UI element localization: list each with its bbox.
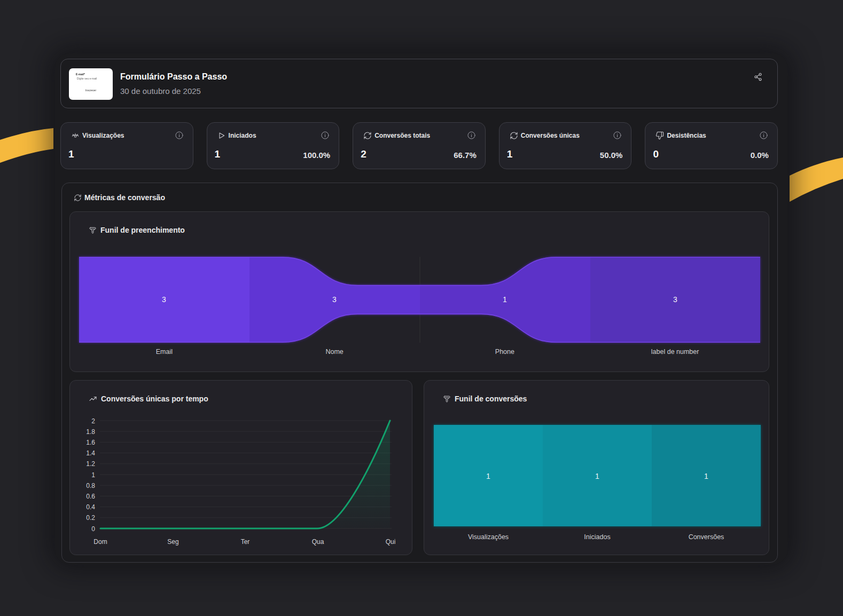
svg-text:1: 1	[91, 471, 95, 479]
svg-text:2: 2	[91, 417, 95, 425]
svg-text:0.4: 0.4	[86, 503, 95, 511]
svg-text:1: 1	[486, 472, 490, 480]
svg-text:Seg: Seg	[167, 538, 178, 546]
svg-text:0: 0	[91, 525, 95, 533]
svg-text:0.2: 0.2	[86, 514, 95, 522]
svg-text:1: 1	[503, 295, 507, 304]
svg-text:0.6: 0.6	[86, 493, 95, 500]
svg-text:3: 3	[332, 295, 337, 304]
svg-text:1.6: 1.6	[86, 439, 95, 446]
svg-text:1.4: 1.4	[86, 449, 95, 457]
svg-text:Ter: Ter	[241, 538, 250, 546]
svg-text:Dom: Dom	[93, 538, 107, 546]
svg-text:1: 1	[595, 472, 599, 480]
svg-text:3: 3	[162, 295, 166, 304]
svg-text:Qua: Qua	[312, 538, 324, 546]
svg-text:1.8: 1.8	[86, 428, 95, 436]
svg-text:3: 3	[673, 295, 677, 304]
svg-text:0.8: 0.8	[86, 482, 95, 489]
svg-text:1: 1	[704, 472, 708, 480]
svg-text:Qui: Qui	[386, 538, 396, 546]
svg-text:1.2: 1.2	[86, 460, 95, 468]
